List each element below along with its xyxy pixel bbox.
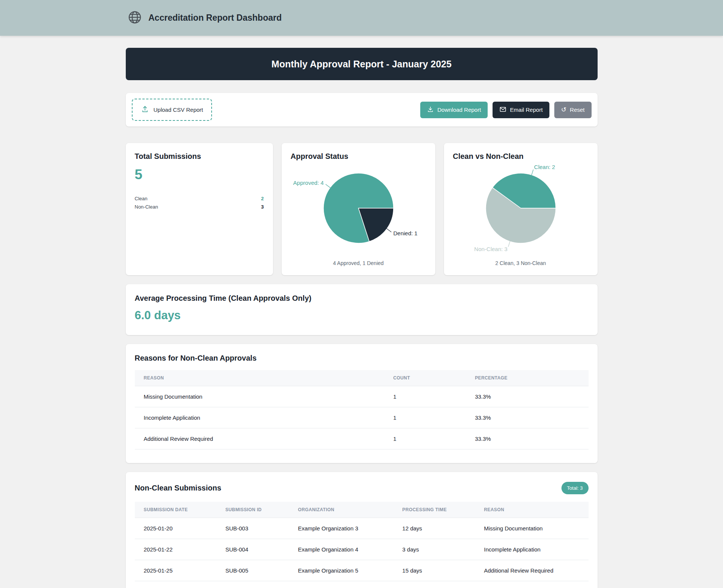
table-cell: 12 days: [393, 518, 475, 539]
pie-caption: 4 Approved, 1 Denied: [291, 258, 426, 266]
table-cell: 33.3%: [466, 407, 588, 428]
reasons-card: Reasons for Non-Clean Approvals REASONCO…: [126, 344, 598, 463]
reasons-title: Reasons for Non-Clean Approvals: [135, 354, 589, 363]
avg-processing-card: Average Processing Time (Clean Approvals…: [126, 284, 598, 335]
app-title: Accreditation Report Dashboard: [148, 13, 282, 23]
column-header: REASON: [135, 370, 384, 386]
column-header: ORGANIZATION: [289, 502, 393, 518]
column-header: COUNT: [384, 370, 466, 386]
avg-processing-value: 6.0 days: [135, 309, 589, 322]
card-title: Approval Status: [291, 152, 426, 161]
pie-leader-line: [325, 184, 330, 188]
data-table: SUBMISSION DATESUBMISSION IDORGANIZATION…: [135, 502, 589, 581]
nonclean-title: Non-Clean Submissions: [135, 484, 221, 492]
total-submissions-value: 5: [135, 167, 264, 183]
pie-label: Denied: 1: [393, 230, 417, 236]
table-cell: Incomplete Application: [475, 539, 588, 560]
clean-row: Clean 2: [135, 195, 264, 203]
table-cell: 1: [384, 428, 466, 449]
pie-chart: Approved: 4Denied: 1: [291, 162, 426, 256]
download-icon: [427, 106, 434, 114]
pie-leader-line: [531, 169, 533, 175]
reset-label: Reset: [570, 107, 584, 113]
nonclean-table: SUBMISSION DATESUBMISSION IDORGANIZATION…: [135, 502, 589, 581]
column-header: SUBMISSION ID: [216, 502, 289, 518]
table-cell: 15 days: [393, 560, 475, 581]
email-label: Email Report: [510, 107, 543, 113]
clean-vs-nonclean-pie: Clean: 2Non-Clean: 3: [453, 162, 589, 258]
approval-status-card: Approval Status Approved: 4Denied: 1 4 A…: [282, 143, 435, 275]
total-submissions-card: Total Submissions 5 Clean 2 Non-Clean 3: [126, 143, 273, 275]
table-cell: Incomplete Application: [135, 407, 384, 428]
table-cell: Missing Documentation: [475, 518, 588, 539]
column-header: REASON: [475, 502, 588, 518]
reasons-table: REASONCOUNTPERCENTAGEMissing Documentati…: [135, 370, 589, 449]
report-title: Monthly Approval Report - January 2025: [272, 59, 451, 70]
table-cell: Additional Review Required: [135, 428, 384, 449]
pie-caption: 2 Clean, 3 Non-Clean: [453, 258, 589, 266]
nonclean-submissions-card: Non-Clean Submissions Total: 3 SUBMISSIO…: [126, 472, 598, 588]
total-badge: Total: 3: [561, 482, 589, 494]
pie-label: Non-Clean: 3: [474, 246, 507, 252]
action-buttons: Download Report Email Report ↺ Reset: [420, 102, 591, 118]
globe-icon: [127, 10, 142, 26]
section-head: Non-Clean Submissions Total: 3: [135, 482, 589, 494]
column-header: PERCENTAGE: [466, 370, 588, 386]
header-row: REASONCOUNTPERCENTAGE: [135, 370, 589, 386]
summary-cards: Total Submissions 5 Clean 2 Non-Clean 3 …: [126, 143, 598, 275]
header-row: SUBMISSION DATESUBMISSION IDORGANIZATION…: [135, 502, 589, 518]
card-title: Total Submissions: [135, 152, 264, 161]
toolbar: Upload CSV Report Download Report Email …: [126, 93, 598, 126]
table-cell: 1: [384, 407, 466, 428]
pie-leader-line: [386, 228, 391, 232]
reset-button[interactable]: ↺ Reset: [554, 102, 591, 118]
clean-label: Clean: [135, 195, 148, 203]
table-row: Additional Review Required133.3%: [135, 428, 589, 449]
data-table: REASONCOUNTPERCENTAGEMissing Documentati…: [135, 370, 589, 449]
card-title: Clean vs Non-Clean: [453, 152, 589, 161]
table-cell: 33.3%: [466, 386, 588, 407]
table-row: 2025-01-22SUB-004Example Organization 43…: [135, 539, 589, 560]
upload-csv-button[interactable]: Upload CSV Report: [132, 99, 212, 121]
table-cell: Missing Documentation: [135, 386, 384, 407]
table-row: Missing Documentation133.3%: [135, 386, 589, 407]
nonclean-label: Non-Clean: [135, 203, 158, 211]
table-row: 2025-01-20SUB-003Example Organization 31…: [135, 518, 589, 539]
table-cell: 33.3%: [466, 428, 588, 449]
table-cell: Additional Review Required: [475, 560, 588, 581]
table-cell: SUB-003: [216, 518, 289, 539]
nonclean-count: 3: [261, 203, 264, 211]
table-cell: Example Organization 4: [289, 539, 393, 560]
table-cell: Example Organization 5: [289, 560, 393, 581]
table-cell: 1: [384, 386, 466, 407]
clean-count: 2: [261, 195, 264, 203]
email-report-button[interactable]: Email Report: [493, 102, 549, 118]
table-cell: 2025-01-22: [135, 539, 217, 560]
avg-processing-title: Average Processing Time (Clean Approvals…: [135, 294, 589, 303]
upload-label: Upload CSV Report: [154, 107, 203, 113]
table-cell: SUB-004: [216, 539, 289, 560]
column-header: SUBMISSION DATE: [135, 502, 217, 518]
report-banner: Monthly Approval Report - January 2025: [126, 48, 598, 80]
table-cell: 2025-01-20: [135, 518, 217, 539]
pie-chart: Clean: 2Non-Clean: 3: [453, 162, 589, 256]
pie-leader-line: [508, 241, 510, 247]
download-report-button[interactable]: Download Report: [420, 102, 488, 118]
clean-vs-nonclean-card: Clean vs Non-Clean Clean: 2Non-Clean: 3 …: [444, 143, 598, 275]
app-header: Accreditation Report Dashboard: [0, 0, 723, 36]
table-cell: 2025-01-25: [135, 560, 217, 581]
nonclean-row: Non-Clean 3: [135, 203, 264, 211]
table-row: Incomplete Application133.3%: [135, 407, 589, 428]
column-header: PROCESSING TIME: [393, 502, 475, 518]
email-icon: [499, 106, 506, 114]
table-cell: SUB-005: [216, 560, 289, 581]
table-cell: 3 days: [393, 539, 475, 560]
breakdown-list: Clean 2 Non-Clean 3: [135, 195, 264, 211]
pie-label: Clean: 2: [534, 164, 555, 170]
table-cell: Example Organization 3: [289, 518, 393, 539]
approval-status-pie: Approved: 4Denied: 1: [291, 162, 426, 258]
table-row: 2025-01-25SUB-005Example Organization 51…: [135, 560, 589, 581]
reset-icon: ↺: [561, 107, 566, 113]
download-label: Download Report: [437, 107, 481, 113]
pie-label: Approved: 4: [293, 180, 323, 186]
